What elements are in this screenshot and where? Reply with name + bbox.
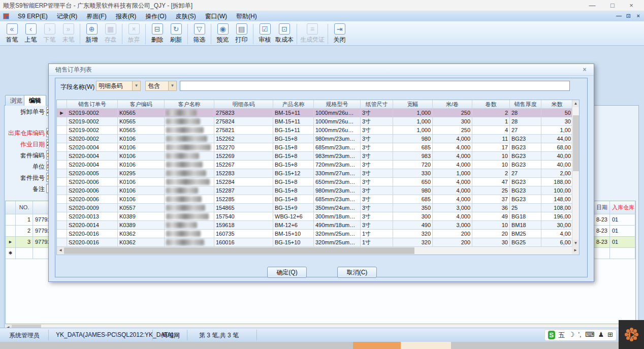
first-button[interactable]: «首笔: [3, 23, 21, 44]
sales-order-row[interactable]: S2020-0005K0295152283BG-15+12330mm/27um……: [57, 169, 572, 178]
sales-order-row[interactable]: S2020-0013K0389157540WBG-12+6300mm/18um……: [57, 212, 572, 221]
punctuation-icon[interactable]: ’,: [578, 331, 582, 340]
redacted-customer-name: [166, 222, 197, 228]
dialog-close-icon[interactable]: ×: [581, 66, 589, 74]
sales-order-row[interactable]: S2020-0004K0106152267BG-15+8720mm/23um…3…: [57, 161, 572, 169]
grid-col-header-4[interactable]: 产品名称: [273, 100, 314, 109]
status-record-count: 第 3 笔,共 3 笔: [199, 331, 239, 340]
menu-item-6[interactable]: 窗口(W): [201, 11, 232, 21]
keyboard-icon[interactable]: ⌨: [585, 331, 595, 340]
chevron-down-icon[interactable]: ▼: [168, 81, 176, 90]
scroll-right-icon[interactable]: ►: [572, 247, 579, 254]
grid-vertical-scrollbar[interactable]: ▲ ▼: [572, 100, 579, 247]
window-maximize-button[interactable]: □: [604, 0, 621, 11]
grid-col-header-0[interactable]: 销售订单号: [67, 100, 118, 109]
window-minimize-button[interactable]: —: [584, 0, 601, 11]
row-marker: [57, 161, 67, 169]
redacted-customer-name: [166, 205, 205, 211]
redacted-customer-name: [166, 127, 204, 133]
prev-label: 上笔: [22, 36, 39, 44]
sales-order-row[interactable]: S2020-0004K0106152270BG-15+8685mm/23um…3…: [57, 143, 572, 152]
prev-button[interactable]: ‹上笔: [21, 23, 40, 44]
scroll-down-icon[interactable]: ▼: [572, 240, 579, 247]
col-in-warehouse[interactable]: 入库仓库: [610, 201, 635, 214]
scroll-thumb[interactable]: [573, 115, 579, 171]
toolbar-separator: [80, 24, 80, 44]
col-no[interactable]: NO.: [16, 201, 33, 214]
wubi-icon[interactable]: 五: [559, 331, 565, 340]
get-cost-button[interactable]: ⊡取成本: [274, 23, 295, 44]
grid-col-header-1[interactable]: 客户编码: [118, 100, 165, 109]
get-cost-icon: ⊡: [279, 23, 290, 35]
close-button[interactable]: ⇥关闭: [330, 23, 349, 44]
menu-item-0[interactable]: S9 ERP(E): [13, 11, 52, 21]
person-icon[interactable]: ♟: [598, 331, 604, 340]
scroll-thumb[interactable]: [64, 247, 414, 254]
grid-col-header-5[interactable]: 规格型号: [314, 100, 361, 109]
grid-col-header-2[interactable]: 客户名称: [165, 100, 214, 109]
menu-item-5[interactable]: 皮肤(S): [171, 11, 201, 21]
toolbar-separator: [328, 24, 328, 44]
menu-item-1[interactable]: 记录(R): [52, 11, 82, 21]
grid-col-header-6[interactable]: 纸管尺寸: [361, 100, 393, 109]
filter-value-input[interactable]: [180, 81, 570, 91]
refresh-button[interactable]: ↻刷新: [167, 23, 185, 44]
sales-order-row[interactable]: S2020-0002K0106152262BG-15+8980mm/23um…3…: [57, 135, 572, 143]
last-icon: »: [63, 23, 74, 35]
filter-operator-combobox[interactable]: 包含 ▼: [145, 81, 177, 91]
scroll-left-icon[interactable]: ◄: [57, 247, 64, 254]
field-label-0: 拆卸单号: [0, 108, 45, 116]
audit-button[interactable]: ☑审核: [255, 23, 274, 44]
grid-icon[interactable]: ⊞: [607, 331, 613, 340]
grid-col-header-9[interactable]: 卷数: [472, 100, 510, 109]
row-marker: ►: [57, 109, 67, 117]
taskbar-active-app[interactable]: [353, 342, 401, 349]
grid-col-header-8[interactable]: 米/卷: [433, 100, 472, 109]
mdi-close-button[interactable]: ×: [637, 13, 640, 19]
redacted-customer-name: [166, 118, 200, 124]
chevron-down-icon[interactable]: ▼: [132, 81, 140, 90]
taskbar-app[interactable]: [401, 342, 451, 349]
grid-horizontal-scrollbar[interactable]: ◄ ►: [57, 247, 579, 255]
filter-field-combobox[interactable]: 明细条码 ▼: [96, 81, 141, 91]
sales-order-row[interactable]: S2020-0004K0106152269BG-15+8983mm/23um…3…: [57, 152, 572, 161]
status-database: YK_DATA(JAMES-PC\SQL2012:YK_DATA): [56, 331, 174, 338]
sogou-input-icon[interactable]: S: [548, 331, 555, 339]
tab-edit[interactable]: 编辑: [24, 95, 46, 106]
sales-order-row[interactable]: S2020-0014K0389159618BM-12+6490mm/18um…3…: [57, 221, 572, 230]
sales-order-row[interactable]: S2020-0006K0106152285BG-15+8685mm/23um…3…: [57, 195, 572, 204]
cancel-button[interactable]: 取消(C): [337, 267, 377, 278]
sales-order-row[interactable]: S2019-0002K0565275824BM-15+111000mm/26u……: [57, 117, 572, 126]
tray-app-popup[interactable]: [619, 320, 644, 349]
grid-col-header-10[interactable]: 销售厚度: [510, 100, 541, 109]
menu-item-4[interactable]: 操作(O): [141, 11, 171, 21]
mdi-minimize-button[interactable]: —: [616, 13, 622, 19]
print-button[interactable]: ▤打印: [232, 23, 251, 44]
discard-label: 放弃: [125, 36, 142, 44]
delete-button[interactable]: ⊟删除: [148, 23, 167, 44]
preview-button[interactable]: ◉预览: [213, 23, 232, 44]
grid-col-header-3[interactable]: 明细条码: [214, 100, 273, 109]
sales-order-row[interactable]: S2020-0016K0362160735BM-15+10320mm/25um……: [57, 230, 572, 238]
sales-order-row[interactable]: S2020-0009K0557154865BG-15+9350mm/24um…3…: [57, 204, 572, 212]
sales-order-row[interactable]: S2020-0006K0106152284BG-15+8650mm/23um…3…: [57, 178, 572, 186]
grid-col-header-11[interactable]: 米数: [541, 100, 572, 109]
filter-button[interactable]: ▽筛选: [190, 23, 209, 44]
ok-button[interactable]: 确定(Q): [267, 267, 307, 278]
sales-order-row[interactable]: ►S2019-0002K0565275823BM-15+111000mm/26u…: [57, 109, 572, 117]
menu-item-3[interactable]: 报表(R): [111, 11, 141, 21]
menu-item-2[interactable]: 界面(F): [82, 11, 111, 21]
scroll-up-icon[interactable]: ▲: [572, 100, 579, 107]
save-icon: ▦: [105, 23, 116, 35]
sales-order-row[interactable]: S2020-0006K0106152287BG-15+8980mm/23um…3…: [57, 186, 572, 195]
last-button: »末笔: [59, 23, 78, 44]
discard-button: ×放弃: [124, 23, 143, 44]
new-button[interactable]: ⊕新增: [82, 23, 101, 44]
mdi-restore-button[interactable]: ⊡: [626, 13, 631, 19]
grid-col-header-7[interactable]: 宽幅: [393, 100, 433, 109]
sales-order-row[interactable]: S2019-0002K0565275821BG-15+111000mm/26u……: [57, 126, 572, 135]
window-close-button[interactable]: ×: [623, 0, 640, 11]
menu-item-7[interactable]: 帮助(H): [232, 11, 262, 21]
moon-icon[interactable]: ☽: [569, 331, 575, 340]
sales-order-row[interactable]: S2020-0016K0362160016BG-15+10320mm/25um……: [57, 238, 572, 247]
